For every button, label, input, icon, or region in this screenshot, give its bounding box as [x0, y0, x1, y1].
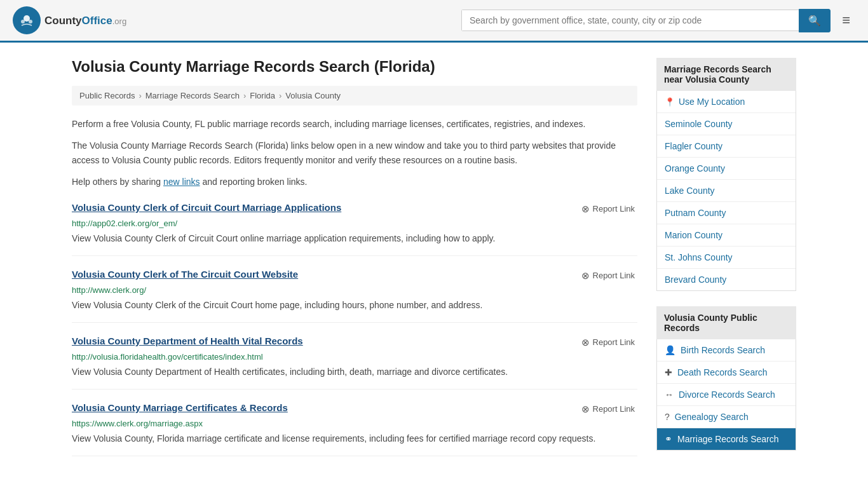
- result-title[interactable]: Volusia County Marriage Certificates & R…: [72, 402, 288, 413]
- nearby-county-item: Flagler County: [657, 135, 796, 158]
- logo[interactable]: CountyOffice.org: [13, 6, 126, 34]
- birth-icon: 👤: [665, 345, 675, 355]
- new-links-link[interactable]: new links: [163, 177, 200, 187]
- search-wrap: [461, 10, 799, 31]
- result-desc: View Volusia County Department of Health…: [72, 365, 637, 379]
- logo-office-text: Office: [82, 15, 112, 27]
- desc-para3-post: and reporting broken links.: [200, 177, 308, 187]
- genealogy-link[interactable]: Genealogy Search: [675, 412, 749, 422]
- marriage-records-link[interactable]: Marriage Records Search: [677, 434, 779, 444]
- search-area: 🔍 ≡: [461, 9, 855, 32]
- result-url[interactable]: http://app02.clerk.org/or_em/: [72, 219, 637, 228]
- report-link-button[interactable]: ⊗ Report Link: [579, 336, 637, 349]
- orange-county-link[interactable]: Orange County: [665, 163, 725, 173]
- breadcrumb-florida[interactable]: Florida: [250, 91, 275, 100]
- description: Perform a free Volusia County, FL public…: [72, 117, 637, 189]
- result-title[interactable]: Volusia County Department of Health Vita…: [72, 336, 303, 346]
- report-link-label: Report Link: [593, 404, 635, 414]
- nearby-county-item: Putnam County: [657, 202, 796, 224]
- report-link-label: Report Link: [593, 271, 635, 280]
- breadcrumb-public-records[interactable]: Public Records: [79, 91, 135, 100]
- breadcrumb-sep-1: ›: [139, 91, 141, 100]
- lake-county-link[interactable]: Lake County: [665, 186, 715, 196]
- report-icon: ⊗: [581, 337, 590, 348]
- marion-county-link[interactable]: Marion County: [665, 230, 722, 240]
- nearby-section: Marriage Records Search near Volusia Cou…: [656, 58, 796, 291]
- death-icon: ✚: [665, 367, 672, 377]
- report-icon: ⊗: [581, 403, 590, 415]
- public-records-heading-text: Volusia County Public Records: [664, 313, 757, 333]
- birth-records-link[interactable]: Birth Records Search: [681, 345, 765, 355]
- putnam-county-link[interactable]: Putnam County: [665, 208, 726, 218]
- public-records-section: Volusia County Public Records 👤 Birth Re…: [656, 306, 796, 451]
- flagler-county-link[interactable]: Flagler County: [665, 141, 722, 151]
- menu-icon: ≡: [842, 12, 850, 28]
- public-records-list: 👤 Birth Records Search ✚ Death Records S…: [656, 339, 796, 451]
- result-url[interactable]: https://www.clerk.org/marriage.aspx: [72, 419, 637, 428]
- breadcrumb-sep-2: ›: [243, 91, 246, 100]
- svg-point-2: [21, 20, 25, 24]
- result-desc: View Volusia County, Florida marriage ce…: [72, 432, 637, 445]
- divorce-records-link[interactable]: Divorce Records Search: [679, 390, 775, 400]
- svg-point-3: [29, 20, 32, 24]
- death-records-link[interactable]: Death Records Search: [677, 367, 768, 377]
- menu-button[interactable]: ≡: [837, 10, 855, 31]
- result-header: Volusia County Clerk of The Circuit Cour…: [72, 269, 637, 283]
- result-desc: View Volusia County Clerk of the Circuit…: [72, 299, 637, 312]
- nearby-county-item: Marion County: [657, 224, 796, 247]
- location-pin-icon: 📍: [665, 97, 675, 107]
- nearby-county-item: Seminole County: [657, 113, 796, 135]
- use-my-location-item[interactable]: 📍 Use My Location: [657, 91, 796, 113]
- report-link-button[interactable]: ⊗ Report Link: [579, 402, 637, 416]
- nearby-county-item: St. Johns County: [657, 247, 796, 269]
- result-url[interactable]: http://volusia.floridahealth.gov/certifi…: [72, 352, 637, 362]
- breadcrumb-sep-3: ›: [279, 91, 281, 100]
- report-link-label: Report Link: [593, 204, 635, 214]
- result-title[interactable]: Volusia County Clerk of Circuit Court Ma…: [72, 202, 341, 213]
- nearby-county-item: Orange County: [657, 158, 796, 180]
- nearby-heading: Marriage Records Search near Volusia Cou…: [656, 58, 796, 91]
- nearby-list: 📍 Use My Location Seminole County Flagle…: [656, 91, 796, 291]
- divorce-records-item[interactable]: ↔ Divorce Records Search: [657, 384, 796, 406]
- result-title[interactable]: Volusia County Clerk of The Circuit Cour…: [72, 269, 298, 280]
- desc-para3: Help others by sharing new links and rep…: [72, 175, 637, 189]
- result-desc: View Volusia County Clerk of Circuit Cou…: [72, 232, 637, 245]
- death-records-item[interactable]: ✚ Death Records Search: [657, 362, 796, 384]
- logo-county-text: County: [44, 15, 82, 27]
- search-icon: 🔍: [808, 15, 821, 26]
- logo-org-text: .org: [112, 17, 126, 26]
- birth-records-item[interactable]: 👤 Birth Records Search: [657, 339, 796, 362]
- seminole-county-link[interactable]: Seminole County: [665, 119, 733, 129]
- page-title: Volusia County Marriage Records Search (…: [72, 58, 637, 76]
- search-button[interactable]: 🔍: [799, 9, 831, 32]
- marriage-records-item[interactable]: ⚭ Marriage Records Search: [657, 428, 796, 450]
- nearby-county-item: Brevard County: [657, 269, 796, 290]
- nearby-county-item: Lake County: [657, 180, 796, 202]
- genealogy-icon: ?: [665, 412, 670, 422]
- result-item: Volusia County Department of Health Vita…: [72, 336, 637, 390]
- result-item: Volusia County Clerk of The Circuit Cour…: [72, 269, 637, 323]
- right-sidebar: Marriage Records Search near Volusia Cou…: [656, 58, 796, 466]
- result-item: Volusia County Marriage Certificates & R…: [72, 402, 637, 456]
- result-url[interactable]: http://www.clerk.org/: [72, 285, 637, 295]
- desc-para2: The Volusia County Marriage Records Sear…: [72, 139, 637, 167]
- search-input[interactable]: [462, 10, 799, 30]
- report-link-button[interactable]: ⊗ Report Link: [579, 269, 637, 283]
- divorce-icon: ↔: [665, 390, 674, 400]
- logo-icon: [13, 6, 41, 34]
- report-link-button[interactable]: ⊗ Report Link: [579, 202, 637, 216]
- breadcrumb-marriage-records[interactable]: Marriage Records Search: [146, 91, 240, 100]
- desc-para1: Perform a free Volusia County, FL public…: [72, 117, 637, 131]
- header: CountyOffice.org 🔍 ≡: [0, 0, 868, 43]
- brevard-county-link[interactable]: Brevard County: [665, 274, 726, 285]
- report-icon: ⊗: [581, 270, 590, 281]
- main-content: Volusia County Marriage Records Search (…: [59, 43, 809, 481]
- nearby-heading-text: Marriage Records Search near Volusia Cou…: [664, 64, 771, 85]
- use-my-location-link[interactable]: Use My Location: [679, 97, 745, 107]
- results-list: Volusia County Clerk of Circuit Court Ma…: [72, 202, 637, 456]
- genealogy-item[interactable]: ? Genealogy Search: [657, 406, 796, 428]
- result-header: Volusia County Department of Health Vita…: [72, 336, 637, 349]
- left-column: Volusia County Marriage Records Search (…: [72, 58, 637, 466]
- st-johns-county-link[interactable]: St. Johns County: [665, 252, 733, 262]
- breadcrumb: Public Records › Marriage Records Search…: [72, 86, 637, 105]
